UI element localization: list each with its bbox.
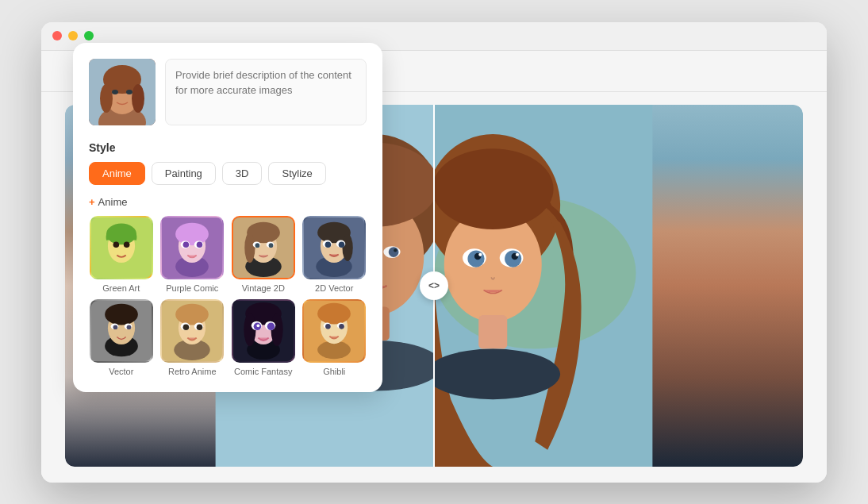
svg-point-87 (197, 324, 203, 330)
style-btn-painting[interactable]: Painting (152, 162, 216, 185)
style-btn-anime[interactable]: Anime (89, 162, 145, 185)
style-section: Style Anime Painting 3D Stylize (89, 141, 367, 185)
style-name-ghibli: Ghibli (323, 367, 345, 376)
svg-point-67 (343, 233, 353, 260)
svg-point-102 (317, 302, 351, 324)
sidebar-panel: Style Anime Painting 3D Stylize Anime (73, 43, 382, 392)
style-item-comic-fantasy[interactable]: Comic Fantasy (231, 299, 296, 376)
description-input[interactable] (165, 59, 367, 125)
style-name-2d-vector: 2D Vector (315, 283, 353, 293)
svg-point-45 (124, 241, 130, 248)
thumb-green-art (90, 216, 153, 279)
svg-point-79 (126, 325, 131, 329)
svg-point-22 (432, 148, 554, 229)
svg-point-83 (175, 303, 209, 325)
thumb-vector (90, 299, 153, 363)
user-avatar[interactable] (89, 59, 156, 125)
svg-point-49 (175, 222, 209, 245)
svg-point-78 (113, 325, 117, 329)
svg-point-61 (255, 243, 259, 248)
svg-point-38 (132, 84, 144, 113)
svg-point-44 (113, 241, 119, 248)
svg-point-98 (256, 324, 259, 327)
comparison-slider[interactable]: <> (420, 271, 448, 300)
svg-point-16 (394, 248, 397, 252)
style-btn-stylize[interactable]: Stylize (268, 162, 325, 185)
thumb-retro-anime (160, 299, 224, 363)
svg-point-26 (478, 252, 482, 256)
avatar-svg (89, 59, 156, 125)
style-item-purple-comic[interactable]: Purple Comic (160, 216, 225, 293)
app-window: 🖼 Creations 🕐 Hisory (41, 22, 827, 483)
style-name-purple-comic: Purple Comic (166, 283, 218, 293)
thumb-ghibli (302, 299, 366, 363)
style-buttons: Anime Painting 3D Stylize (89, 162, 367, 185)
svg-point-105 (325, 323, 331, 329)
svg-point-43 (106, 223, 136, 244)
thumb-2d-vector (302, 216, 366, 279)
slider-arrows: <> (428, 280, 440, 291)
svg-rect-31 (478, 315, 507, 348)
svg-point-40 (126, 90, 133, 94)
minimize-button[interactable] (68, 31, 78, 40)
style-item-2d-vector[interactable]: 2D Vector (302, 216, 367, 293)
category-name: Anime (98, 196, 128, 208)
thumb-comic-fantasy (232, 299, 295, 363)
svg-point-86 (183, 324, 190, 330)
style-item-retro-anime[interactable]: Retro Anime (160, 299, 225, 376)
svg-point-58 (244, 233, 255, 263)
close-button[interactable] (52, 31, 62, 40)
svg-point-71 (339, 241, 345, 248)
input-row (89, 59, 367, 125)
svg-point-32 (425, 348, 560, 399)
style-item-green-art[interactable]: Green Art (89, 216, 154, 293)
style-label: Style (89, 141, 367, 154)
style-name-comic-fantasy: Comic Fantasy (234, 367, 292, 376)
svg-point-30 (516, 252, 519, 256)
style-item-ghibli[interactable]: Ghibli (302, 299, 367, 376)
style-item-vintage-2d[interactable]: Vintage 2D (231, 216, 296, 293)
svg-point-62 (268, 243, 273, 248)
svg-point-39 (112, 90, 118, 94)
svg-point-15 (389, 247, 399, 257)
svg-point-37 (100, 84, 113, 113)
style-item-vector[interactable]: Vector (89, 299, 154, 376)
svg-point-53 (197, 241, 203, 248)
style-grid: Green Art (89, 216, 367, 376)
svg-point-106 (339, 323, 344, 329)
maximize-button[interactable] (84, 31, 94, 40)
svg-point-97 (267, 322, 275, 330)
svg-point-70 (325, 241, 332, 248)
style-btn-3d[interactable]: 3D (222, 162, 263, 185)
style-name-vintage-2d: Vintage 2D (242, 283, 285, 293)
thumb-purple-comic (160, 216, 224, 279)
svg-point-52 (183, 241, 190, 248)
svg-point-75 (105, 303, 138, 325)
thumb-vintage-2d (232, 216, 295, 279)
style-name-green-art: Green Art (102, 283, 140, 293)
style-name-retro-anime: Retro Anime (168, 367, 217, 376)
category-label: Anime (89, 196, 367, 208)
style-name-vector: Vector (109, 367, 133, 376)
window-body: 🖼 Creations 🕐 Hisory (41, 51, 827, 483)
